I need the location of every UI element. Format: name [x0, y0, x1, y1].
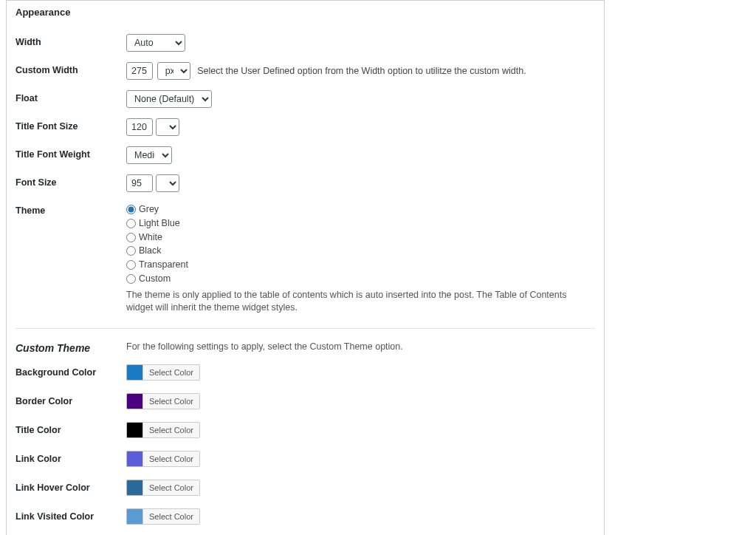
title-font-size-control: %	[126, 118, 595, 136]
row-theme: Theme Grey Light Blue White Black Transp…	[16, 192, 595, 315]
theme-option-transparent[interactable]: Transparent	[126, 258, 595, 272]
row-font-size: Font Size %	[16, 164, 595, 192]
link-hover-color-swatch	[126, 480, 142, 496]
custom-width-unit-select[interactable]: px	[157, 62, 190, 80]
theme-radio-white[interactable]	[126, 233, 136, 242]
theme-radio-transparent-label: Transparent	[139, 259, 188, 270]
link-color-picker[interactable]: Select Color	[126, 451, 200, 467]
link-color-label: Link Color	[16, 451, 126, 464]
font-size-input[interactable]	[126, 174, 153, 192]
row-background-color: Background Color Select Color	[16, 354, 595, 383]
theme-radio-transparent[interactable]	[126, 260, 136, 270]
theme-radio-grey-label: Grey	[139, 204, 159, 214]
theme-radio-custom-label: Custom	[139, 273, 171, 284]
title-font-weight-select[interactable]: Medium	[126, 146, 172, 164]
row-link-visited-color: Link Visited Color Select Color	[16, 498, 595, 527]
link-visited-color-button[interactable]: Select Color	[142, 508, 200, 525]
row-title-color: Title Color Select Color	[16, 412, 595, 440]
title-color-control: Select Color	[126, 422, 595, 440]
theme-radio-white-label: White	[139, 232, 162, 242]
font-size-unit-select[interactable]: %	[156, 174, 179, 192]
row-float: Float None (Default)	[16, 80, 595, 108]
theme-radio-light-blue-label: Light Blue	[139, 218, 180, 228]
theme-radio-custom[interactable]	[126, 274, 136, 284]
background-color-control: Select Color	[126, 364, 595, 383]
title-color-swatch	[126, 422, 142, 438]
background-color-button[interactable]: Select Color	[142, 364, 200, 381]
theme-radio-black[interactable]	[126, 246, 136, 256]
theme-radio-light-blue[interactable]	[126, 219, 136, 228]
border-color-button[interactable]: Select Color	[142, 393, 200, 409]
custom-theme-hint: For the following settings to apply, sel…	[126, 341, 595, 354]
title-font-weight-control: Medium	[126, 146, 595, 164]
background-color-picker[interactable]: Select Color	[126, 364, 200, 381]
width-label: Width	[16, 34, 126, 47]
border-color-picker[interactable]: Select Color	[126, 393, 200, 409]
theme-option-custom[interactable]: Custom	[126, 272, 595, 286]
theme-control: Grey Light Blue White Black Transparent …	[126, 202, 595, 315]
row-title-font-size: Title Font Size %	[16, 108, 595, 136]
background-color-swatch	[126, 364, 142, 381]
title-color-picker[interactable]: Select Color	[126, 422, 200, 438]
row-title-font-weight: Title Font Weight Medium	[16, 136, 595, 164]
link-visited-color-picker[interactable]: Select Color	[126, 508, 200, 525]
title-font-size-unit-select[interactable]: %	[156, 118, 179, 136]
custom-width-control: px Select the User Defined option from t…	[126, 62, 595, 80]
theme-option-light-blue[interactable]: Light Blue	[126, 217, 595, 231]
border-color-control: Select Color	[126, 393, 595, 412]
row-link-hover-color: Link Hover Color Select Color	[16, 469, 595, 498]
link-color-swatch	[126, 451, 142, 467]
border-color-swatch	[126, 393, 142, 409]
link-hover-color-label: Link Hover Color	[16, 480, 126, 493]
width-control: Auto	[126, 34, 595, 52]
custom-width-input[interactable]	[126, 62, 153, 80]
title-color-button[interactable]: Select Color	[142, 422, 200, 438]
title-font-size-input[interactable]	[126, 118, 153, 136]
row-custom-width: Custom Width px Select the User Defined …	[16, 52, 595, 80]
custom-theme-heading: Custom Theme	[16, 339, 126, 354]
float-control: None (Default)	[126, 90, 595, 108]
title-font-size-label: Title Font Size	[16, 118, 126, 132]
title-font-weight-label: Title Font Weight	[16, 146, 126, 160]
theme-radio-black-label: Black	[139, 245, 162, 256]
theme-option-white[interactable]: White	[126, 231, 595, 245]
row-custom-theme-heading: Custom Theme For the following settings …	[16, 328, 595, 354]
width-select[interactable]: Auto	[126, 34, 185, 52]
font-size-label: Font Size	[16, 174, 126, 188]
float-label: Float	[16, 90, 126, 103]
row-link-color: Link Color Select Color	[16, 440, 595, 469]
link-hover-color-control: Select Color	[126, 480, 595, 498]
float-select[interactable]: None (Default)	[126, 90, 212, 108]
row-border-color: Border Color Select Color	[16, 383, 595, 412]
link-color-button[interactable]: Select Color	[142, 451, 200, 467]
link-visited-color-swatch	[126, 508, 142, 525]
panel-title: Appearance	[7, 1, 604, 24]
custom-width-hint: Select the User Defined option from the …	[197, 66, 526, 76]
link-hover-color-button[interactable]: Select Color	[142, 480, 200, 496]
appearance-panel: Appearance Width Auto Custom Width px Se…	[6, 0, 605, 535]
title-color-label: Title Color	[16, 422, 126, 435]
font-size-control: %	[126, 174, 595, 192]
panel-body: Width Auto Custom Width px Select the Us…	[7, 24, 604, 535]
theme-radio-grey[interactable]	[126, 205, 136, 214]
theme-desc: The theme is only applied to the table o…	[126, 289, 595, 315]
theme-option-grey[interactable]: Grey	[126, 202, 595, 217]
background-color-label: Background Color	[16, 364, 126, 378]
link-color-control: Select Color	[126, 451, 595, 469]
link-visited-color-control: Select Color	[126, 508, 595, 527]
border-color-label: Border Color	[16, 393, 126, 406]
row-width: Width Auto	[16, 24, 595, 52]
link-visited-color-label: Link Visited Color	[16, 508, 126, 522]
link-hover-color-picker[interactable]: Select Color	[126, 480, 200, 496]
custom-theme-heading-control: For the following settings to apply, sel…	[126, 339, 595, 354]
custom-width-label: Custom Width	[16, 62, 126, 75]
theme-label: Theme	[16, 202, 126, 216]
theme-option-black[interactable]: Black	[126, 244, 595, 258]
